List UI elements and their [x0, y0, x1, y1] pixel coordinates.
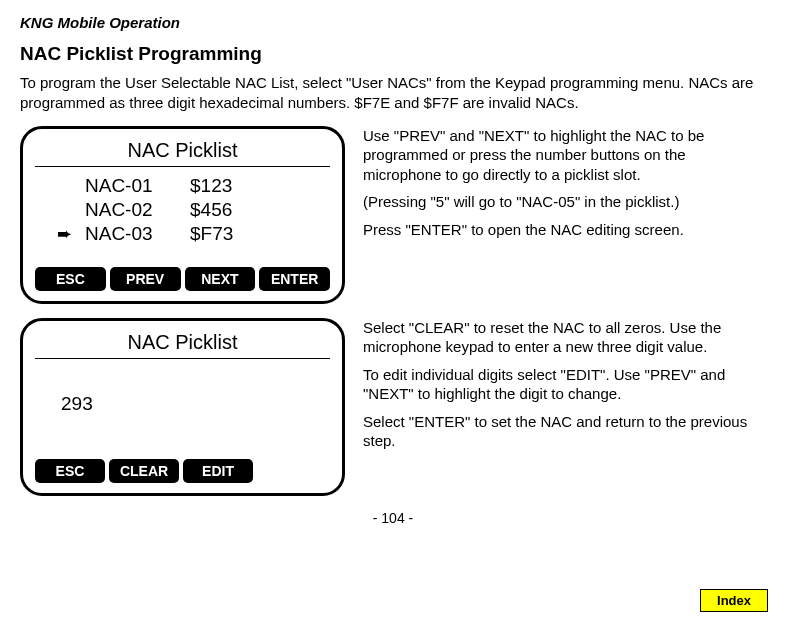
list-item: ➨ NAC-03 $F73 [53, 223, 330, 245]
nac-label: NAC-02 [85, 199, 180, 221]
side-text-2: Select "CLEAR" to reset the NAC to all z… [363, 318, 766, 496]
screen2-value: 293 [61, 393, 93, 414]
section-title: NAC Picklist Programming [20, 43, 766, 65]
list-item: NAC-02 $456 [53, 199, 330, 221]
nac-value: $123 [190, 175, 260, 197]
page-header: KNG Mobile Operation [20, 14, 766, 31]
screen1-body: NAC-01 $123 NAC-02 $456 ➨ NAC-03 $F73 [35, 173, 330, 263]
side1-p3: Press "ENTER" to open the NAC editing sc… [363, 220, 766, 240]
screen2-buttons: ESC CLEAR EDIT [35, 455, 330, 483]
screen-box-2: NAC Picklist 293 ESC CLEAR EDIT [20, 318, 345, 496]
esc-button[interactable]: ESC [35, 459, 105, 483]
prev-button[interactable]: PREV [110, 267, 181, 291]
nac-label: NAC-03 [85, 223, 180, 245]
clear-button[interactable]: CLEAR [109, 459, 179, 483]
screen1-title: NAC Picklist [35, 139, 330, 167]
screen-box-1: NAC Picklist NAC-01 $123 NAC-02 $456 ➨ N… [20, 126, 345, 304]
screen1-buttons: ESC PREV NEXT ENTER [35, 263, 330, 291]
list-item: NAC-01 $123 [53, 175, 330, 197]
side1-p2: (Pressing "5" will go to "NAC-05" in the… [363, 192, 766, 212]
side2-p1: Select "CLEAR" to reset the NAC to all z… [363, 318, 766, 357]
enter-button[interactable]: ENTER [259, 267, 330, 291]
arrow-icon: ➨ [53, 223, 75, 245]
side1-p1: Use "PREV" and "NEXT" to highlight the N… [363, 126, 766, 185]
screen-row-2: NAC Picklist 293 ESC CLEAR EDIT Select "… [20, 318, 766, 496]
esc-button[interactable]: ESC [35, 267, 106, 291]
side-text-1: Use "PREV" and "NEXT" to highlight the N… [363, 126, 766, 304]
page-number: - 104 - [20, 510, 766, 526]
intro-paragraph: To program the User Selectable NAC List,… [20, 73, 766, 114]
index-tab[interactable]: Index [700, 589, 768, 612]
edit-button[interactable]: EDIT [183, 459, 253, 483]
screen-row-1: NAC Picklist NAC-01 $123 NAC-02 $456 ➨ N… [20, 126, 766, 304]
nac-value: $456 [190, 199, 260, 221]
screen2-body: 293 [35, 365, 330, 455]
nac-label: NAC-01 [85, 175, 180, 197]
next-button[interactable]: NEXT [185, 267, 256, 291]
nac-value: $F73 [190, 223, 260, 245]
screen2-title: NAC Picklist [35, 331, 330, 359]
side2-p3: Select "ENTER" to set the NAC and return… [363, 412, 766, 451]
side2-p2: To edit individual digits select "EDIT".… [363, 365, 766, 404]
